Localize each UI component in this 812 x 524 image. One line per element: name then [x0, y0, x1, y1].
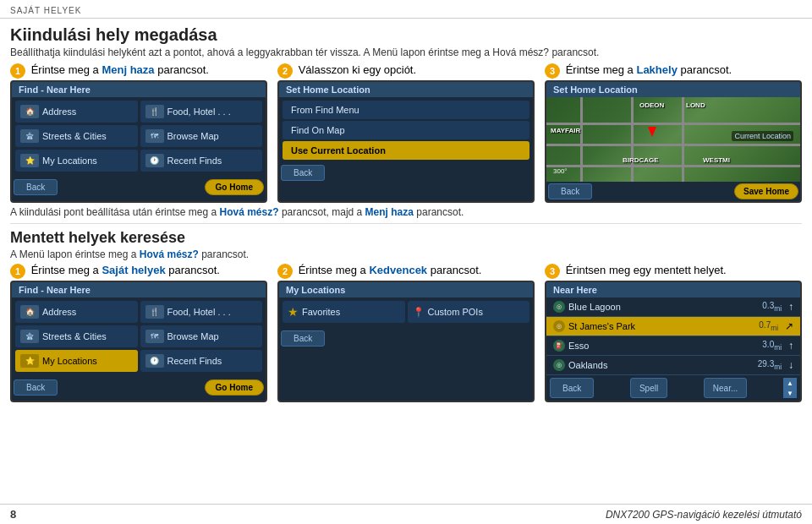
screen6: Near Here ◎ Blue Lagoon 0.3mi ↑ ◎ St Jam…	[545, 281, 802, 402]
s4-mylocations-icon: ⭐	[20, 354, 39, 368]
nh-item-oaklands[interactable]: ◎ Oaklands 29.3mi ↓	[546, 356, 800, 375]
step5-number: 2	[277, 264, 293, 279]
screen1-item-browse[interactable]: 🗺 Browse Map	[140, 125, 263, 147]
section1-subtitle: Beállíthatja kiindulási helyként azt a p…	[10, 46, 802, 58]
screen5-custompois[interactable]: 📍 Custom POIs	[408, 301, 530, 323]
screen1-go-button[interactable]: Go Home	[205, 179, 264, 195]
s4-recent-icon: 🕐	[145, 354, 164, 368]
step6-label-area: 3 Érintsen meg egy mentett helyet.	[545, 264, 802, 279]
map-compass: 300°	[553, 167, 568, 175]
custompois-icon: 📍	[413, 307, 425, 318]
step2-text: Válasszon ki egy opciót.	[299, 63, 416, 76]
screen6-near-button[interactable]: Near...	[704, 378, 747, 398]
screen4-item-address[interactable]: 🏠 Address	[15, 301, 138, 323]
screen1-item-recent[interactable]: 🕐 Recent Finds	[140, 150, 263, 172]
food-icon: 🍴	[145, 105, 164, 118]
screen3-header: Set Home Location	[546, 82, 800, 97]
screen1-back-button[interactable]: Back	[14, 179, 58, 195]
screen3: Set Home Location ODEON MAYFAIR LOND BIR…	[545, 80, 802, 203]
screen4-item-mylocations[interactable]: ⭐ My Locations	[15, 350, 138, 372]
nh-arrow-4: ↓	[788, 359, 793, 371]
section1-title: Kiindulási hely megadása	[10, 25, 802, 45]
screen3-back-button[interactable]: Back	[548, 183, 592, 199]
browse-icon: 🗺	[145, 129, 164, 143]
screen4-back-button[interactable]: Back	[14, 379, 58, 396]
screen1-header: Find - Near Here	[12, 82, 266, 97]
s4-recent-label: Recent Finds	[167, 356, 222, 366]
road-v2	[631, 97, 634, 182]
step3-label-area: 3 Érintse meg a Lakhely parancsot.	[545, 63, 802, 79]
nh-dist-4: 29.3mi	[758, 359, 782, 371]
recent-icon: 🕐	[145, 154, 164, 167]
scroll-up-button[interactable]: ▲	[783, 378, 797, 388]
page-number: 8	[10, 508, 16, 521]
s4-food-label: Food, Hotel . . .	[167, 307, 231, 317]
nh-arrow-1: ↑	[788, 301, 793, 313]
screen1-item-mylocations[interactable]: ⭐ My Locations	[15, 150, 138, 172]
custompois-label: Custom POIs	[428, 307, 483, 317]
nh-arrow-3: ↑	[788, 340, 793, 352]
scroll-down-button[interactable]: ▼	[783, 388, 797, 398]
screen5-back-button[interactable]: Back	[281, 330, 325, 347]
screen4-item-browse[interactable]: 🗺 Browse Map	[140, 325, 263, 347]
nh-type-icon-4: ◎	[553, 359, 565, 371]
favorites-star-icon: ★	[288, 305, 299, 319]
screen6-back-button[interactable]: Back	[550, 378, 594, 398]
screen6-spell-button[interactable]: Spell	[630, 378, 667, 398]
map-label-westmi: WESTMI	[703, 156, 730, 164]
doc-title: DNX7200 GPS-navigáció kezelési útmutató	[606, 509, 802, 521]
nh-item-blue-lagoon[interactable]: ◎ Blue Lagoon 0.3mi ↑	[546, 297, 800, 317]
screen2-find-on-map[interactable]: Find On Map	[283, 121, 529, 139]
address-icon: 🏠	[20, 105, 39, 118]
screen5-grid: ★ Favorites 📍 Custom POIs	[279, 297, 533, 326]
step5-text: Érintse meg a Kedvencek parancsot.	[299, 264, 482, 276]
scroll-arrows: ▲ ▼	[783, 378, 797, 398]
screen6-header: Near Here	[546, 282, 800, 297]
section2-title: Mentett helyek keresése	[10, 229, 802, 247]
screen4-item-streets[interactable]: 🛣 Streets & Cities	[15, 325, 138, 347]
screen4-item-recent[interactable]: 🕐 Recent Finds	[140, 350, 263, 372]
screen2-from-find[interactable]: From Find Menu	[283, 101, 529, 119]
mylocations-label: My Locations	[42, 156, 97, 166]
screen5-favorites[interactable]: ★ Favorites	[283, 301, 405, 323]
screen2-footer: Back	[279, 163, 533, 183]
screen2-menu: From Find Menu Find On Map Use Current L…	[279, 97, 533, 163]
nh-name-3: Esso	[568, 341, 759, 351]
screen1-item-address[interactable]: 🏠 Address	[15, 101, 138, 123]
screen4-go-button[interactable]: Go Home	[205, 379, 264, 396]
section2-subtitle: A Menü lapon érintse meg a Hová mész? pa…	[10, 248, 802, 260]
s4-browse-label: Browse Map	[167, 331, 219, 341]
map-area: ODEON MAYFAIR LOND BIRDCAGE WESTMI Curre…	[546, 97, 800, 182]
nh-type-icon-3: ⛽	[553, 340, 565, 352]
screen1-item-streets[interactable]: 🛣 Streets & Cities	[15, 125, 138, 147]
step4-label-area: 1 Érintse meg a Saját helyek parancsot.	[10, 264, 267, 279]
road-v1	[580, 97, 583, 182]
map-label-lond: LOND	[686, 101, 705, 109]
step6-number: 3	[545, 264, 560, 279]
road-h2	[546, 144, 800, 146]
step4-text: Érintse meg a Saját helyek parancsot.	[31, 264, 220, 276]
screen4-item-food[interactable]: 🍴 Food, Hotel . . .	[140, 301, 263, 323]
screens-row-1: Find - Near Here 🏠 Address 🍴 Food, Hotel…	[10, 80, 802, 203]
map-label-odeon: ODEON	[639, 101, 664, 109]
screen2-back-button[interactable]: Back	[281, 165, 325, 181]
nh-item-esso[interactable]: ⛽ Esso 3.0mi ↑	[546, 336, 800, 356]
screen1: Find - Near Here 🏠 Address 🍴 Food, Hotel…	[10, 80, 267, 203]
nh-type-icon-1: ◎	[553, 301, 565, 313]
favorites-label: Favorites	[302, 307, 340, 317]
step1-number: 1	[10, 63, 25, 79]
screen1-item-food[interactable]: 🍴 Food, Hotel . . .	[140, 101, 263, 123]
screen2-use-current[interactable]: Use Current Location	[283, 141, 529, 160]
step3-number: 3	[545, 63, 560, 79]
nh-name-4: Oaklands	[568, 360, 754, 370]
map-label-birdcage: BIRDCAGE	[623, 156, 659, 164]
step1-label-area: 1 Érintse meg a Menj haza parancsot.	[10, 63, 267, 79]
s4-address-label: Address	[42, 307, 76, 317]
screen3-save-button[interactable]: Save Home	[734, 183, 798, 199]
streets-icon: 🛣	[20, 129, 39, 143]
step1-text: Érintse meg a Menj haza parancsot.	[31, 63, 209, 76]
nh-arrow-2: ↗	[785, 320, 793, 332]
nh-item-st-james[interactable]: ◎ St James's Park 0.7mi ↗	[546, 317, 800, 336]
step5-label-area: 2 Érintse meg a Kedvencek parancsot.	[277, 264, 535, 279]
s4-food-icon: 🍴	[145, 305, 164, 319]
